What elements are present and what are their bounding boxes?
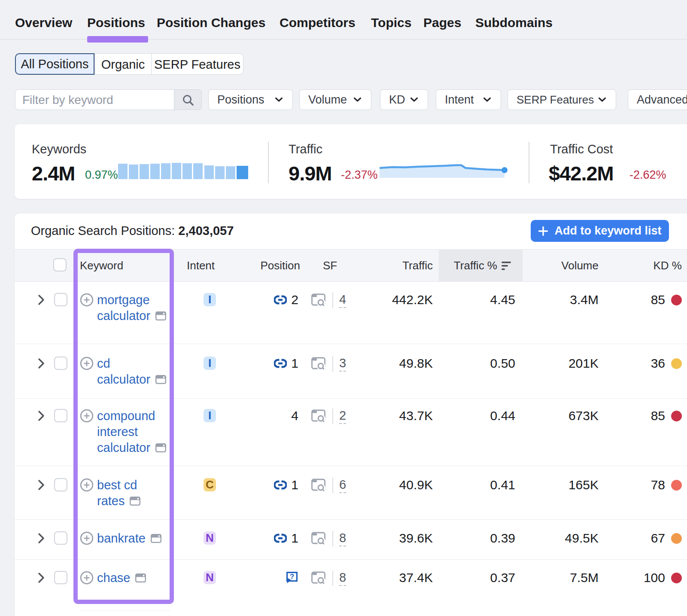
svg-text:?: ? <box>290 573 294 580</box>
